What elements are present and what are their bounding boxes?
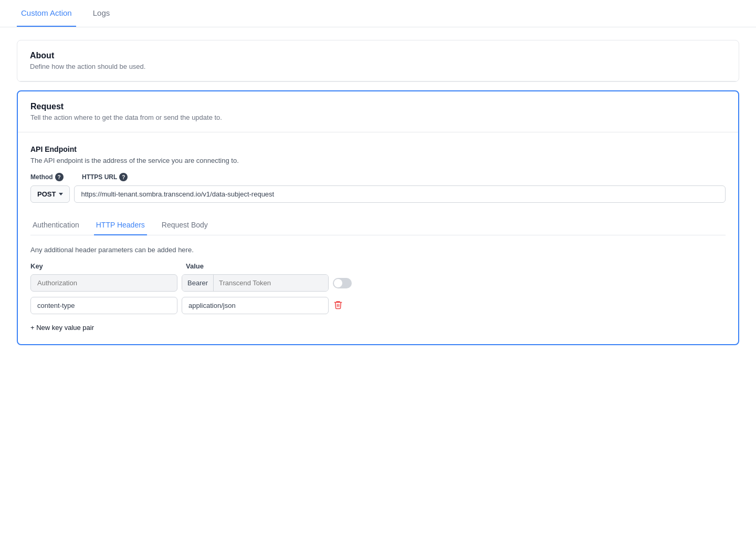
content-type-value-input[interactable] (182, 297, 329, 314)
about-section: About Define how the action should be us… (17, 40, 739, 82)
sub-tab-request-body[interactable]: Request Body (160, 215, 210, 235)
kv-row-authorization: Bearer (30, 274, 726, 292)
method-select[interactable]: POST (30, 185, 70, 203)
tab-custom-action[interactable]: Custom Action (17, 0, 76, 27)
auth-value-input[interactable] (214, 275, 328, 291)
content-type-delete-icon[interactable] (333, 300, 343, 312)
sub-tab-authentication[interactable]: Authentication (30, 215, 81, 235)
auth-value-with-prefix: Bearer (182, 274, 329, 292)
auth-key-input[interactable] (30, 274, 177, 292)
headers-description: Any additional header parameters can be … (30, 246, 726, 254)
bearer-prefix: Bearer (182, 275, 214, 291)
value-column-label: Value (186, 262, 333, 270)
auth-toggle[interactable] (333, 278, 352, 288)
about-header: About Define how the action should be us… (17, 40, 739, 81)
headers-content: Any additional header parameters can be … (30, 246, 726, 332)
main-content: About Define how the action should be us… (0, 27, 756, 358)
url-help-icon[interactable]: ? (119, 173, 128, 181)
add-new-pair-button[interactable]: + New key value pair (30, 324, 94, 332)
key-column-label: Key (30, 262, 177, 270)
kv-column-headers: Key Value (30, 262, 726, 270)
top-tabs: Custom Action Logs (0, 0, 756, 27)
url-field-label: HTTPS URL ? (82, 173, 128, 181)
request-section: Request Tell the action where to get the… (17, 90, 739, 345)
method-field-label: Method ? (30, 173, 78, 181)
request-body-container: API Endpoint The API endpoint is the add… (18, 132, 738, 344)
content-type-key-input[interactable] (30, 297, 177, 314)
about-title: About (30, 51, 726, 60)
kv-row-content-type (30, 297, 726, 314)
tab-logs[interactable]: Logs (89, 0, 114, 27)
url-input[interactable] (74, 185, 726, 203)
api-endpoint-section: API Endpoint The API endpoint is the add… (30, 145, 726, 203)
method-value: POST (37, 190, 56, 198)
sub-tab-http-headers[interactable]: HTTP Headers (94, 215, 147, 235)
method-url-labels: Method ? HTTPS URL ? (30, 173, 726, 181)
method-help-icon[interactable]: ? (55, 173, 64, 181)
page-container: Custom Action Logs About Define how the … (0, 0, 756, 538)
api-endpoint-description: The API endpoint is the address of the s… (30, 157, 726, 164)
api-endpoint-label: API Endpoint (30, 145, 726, 153)
request-title: Request (30, 102, 726, 111)
about-subtitle: Define how the action should be used. (30, 63, 726, 70)
request-subtitle: Tell the action where to get the data fr… (30, 113, 726, 121)
sub-tabs: Authentication HTTP Headers Request Body (30, 215, 726, 235)
method-url-inputs: POST (30, 185, 726, 203)
request-header: Request Tell the action where to get the… (18, 91, 738, 132)
method-chevron-icon (59, 193, 63, 195)
